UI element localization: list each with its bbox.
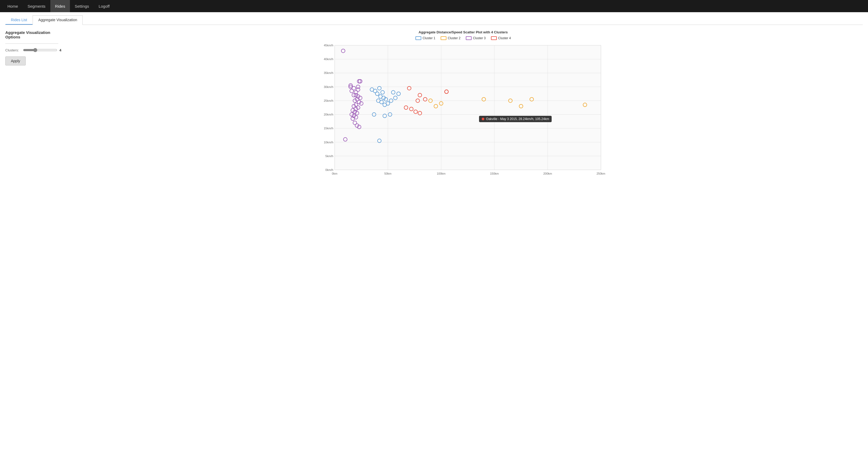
legend-cluster2: Cluster 2 xyxy=(441,36,461,40)
svg-text:25km/h: 25km/h xyxy=(324,99,333,102)
svg-text:150km: 150km xyxy=(490,172,499,175)
clusters-label: Clusters: 4 xyxy=(5,48,58,52)
svg-rect-0 xyxy=(335,45,601,170)
svg-text:30km/h: 30km/h xyxy=(324,85,333,89)
svg-text:100km: 100km xyxy=(437,172,445,175)
clusters-slider[interactable] xyxy=(23,48,57,52)
tab-aggregate-viz[interactable]: Aggregate Visualization xyxy=(33,15,83,25)
nav-item-home[interactable]: Home xyxy=(3,0,23,12)
svg-text:10km/h: 10km/h xyxy=(324,141,333,144)
svg-text:35km/h: 35km/h xyxy=(324,71,333,74)
nav-item-logoff[interactable]: Logoff xyxy=(94,0,114,12)
svg-text:45km/h: 45km/h xyxy=(324,44,333,47)
svg-text:40km/h: 40km/h xyxy=(324,58,333,61)
legend-cluster4: Cluster 4 xyxy=(491,36,511,40)
chart-area: Aggregate Distance/Speed Scatter Plot wi… xyxy=(64,30,863,181)
svg-text:0km: 0km xyxy=(332,172,338,175)
nav-item-segments[interactable]: Segments xyxy=(23,0,50,12)
svg-text:200km: 200km xyxy=(543,172,552,175)
apply-button[interactable]: Apply xyxy=(5,57,26,65)
nav-item-rides[interactable]: Rides xyxy=(50,0,70,12)
clusters-slider-container: Clusters: 4 xyxy=(5,48,58,52)
chart-legend: Cluster 1 Cluster 2 Cluster 3 Cluster 4 xyxy=(64,36,863,40)
tab-bar: Rides List Aggregate Visualization xyxy=(5,15,863,25)
sidebar-options: Aggregate Visualization Options Clusters… xyxy=(5,30,64,181)
svg-text:20km/h: 20km/h xyxy=(324,113,333,116)
sidebar-title: Aggregate Visualization Options xyxy=(5,30,58,39)
svg-text:250km: 250km xyxy=(596,172,605,175)
main-content: Aggregate Visualization Options Clusters… xyxy=(0,25,868,186)
svg-text:5km/h: 5km/h xyxy=(326,154,333,158)
legend-cluster3: Cluster 3 xyxy=(466,36,486,40)
clusters-value: 4 xyxy=(59,48,61,52)
svg-text:0km/h: 0km/h xyxy=(326,168,333,171)
nav-item-settings[interactable]: Settings xyxy=(70,0,94,12)
scatter-plot: 0km/h5km/h10km/h15km/h20km/h25km/h30km/h… xyxy=(64,43,863,181)
chart-title: Aggregate Distance/Speed Scatter Plot wi… xyxy=(64,30,863,34)
tab-rides-list[interactable]: Rides List xyxy=(5,15,33,25)
svg-text:50km: 50km xyxy=(384,172,392,175)
svg-text:15km/h: 15km/h xyxy=(324,127,333,130)
navbar: Home Segments Rides Settings Logoff xyxy=(0,0,868,12)
legend-cluster1: Cluster 1 xyxy=(415,36,435,40)
